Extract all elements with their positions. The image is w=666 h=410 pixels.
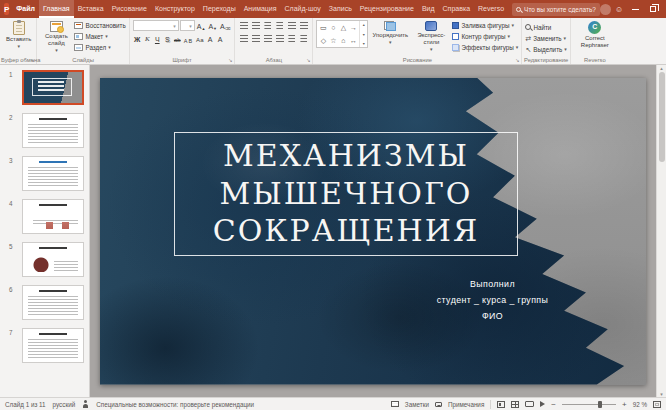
accessibility-status[interactable]: Специальные возможности: проверьте реком… (96, 401, 254, 408)
tab-design[interactable]: Конструктор (151, 0, 199, 18)
change-case-button[interactable]: Аа (195, 33, 204, 44)
slide-thumbnail-2[interactable] (22, 113, 84, 148)
notes-toggle[interactable]: Заметки (405, 401, 429, 408)
arrow-shape-icon[interactable]: → (350, 24, 357, 31)
reading-view-button[interactable] (525, 401, 534, 407)
slideshow-view-button[interactable] (540, 401, 545, 407)
bullets-button[interactable] (238, 20, 249, 31)
layout-button[interactable]: Макет ▾ (74, 31, 125, 41)
shape-outline-button[interactable]: Контур фигуры ▾ (452, 31, 518, 41)
zoom-slider[interactable] (562, 404, 616, 405)
gallery-more-icon[interactable]: ▾ (363, 41, 365, 46)
font-color-button[interactable]: А (216, 33, 225, 44)
find-button[interactable]: Найти (525, 22, 566, 32)
bold-button[interactable]: Ж (133, 33, 142, 44)
tell-me-search[interactable]: Что вы хотите сделать? (512, 3, 600, 16)
align-right-button[interactable] (262, 33, 273, 44)
scrollbar-thumb[interactable] (659, 72, 665, 162)
dialog-launcher-icon[interactable]: ↘ (306, 58, 310, 63)
tab-file[interactable]: Файл (12, 0, 39, 18)
new-slide-button[interactable]: Создать слайд ▾ (40, 20, 72, 54)
tab-home[interactable]: Главная (39, 0, 74, 18)
correct-rephraser-button[interactable]: C Correct Rephraser (574, 20, 616, 50)
dialog-launcher-icon[interactable]: ↘ (515, 58, 519, 63)
convert-to-smartart-button[interactable] (298, 33, 309, 44)
italic-button[interactable]: К (143, 33, 152, 44)
justify-button[interactable] (274, 33, 285, 44)
slide-editor[interactable]: МЕХАНИЗМЫ МЫШЕЧНОГО СОКРАЩЕНИЯ Выполнил … (100, 78, 646, 385)
vertical-scrollbar[interactable]: ▴ ▾ (656, 65, 666, 397)
minimize-button[interactable] (627, 0, 644, 18)
paste-button[interactable]: Вставить ▾ (4, 20, 33, 50)
slide-sorter-view-button[interactable] (511, 401, 519, 408)
strikethrough-button[interactable]: ab (173, 33, 182, 44)
highlight-color-button[interactable]: А (206, 33, 215, 44)
dialog-launcher-icon[interactable]: ↘ (30, 58, 34, 63)
select-button[interactable]: ↖ Выделить ▾ (525, 44, 566, 54)
shape-effects-button[interactable]: Эффекты фигуры ▾ (452, 42, 518, 52)
text-direction-button[interactable] (298, 20, 309, 31)
star-shape-icon[interactable]: ☆ (330, 37, 336, 45)
increase-indent-button[interactable] (274, 20, 285, 31)
decrease-indent-button[interactable] (262, 20, 273, 31)
tab-insert[interactable]: Вставка (74, 0, 108, 18)
zoom-in-button[interactable]: + (622, 400, 627, 409)
font-size-box[interactable]: ▾ (180, 20, 195, 31)
gallery-scroll[interactable]: ▴ ▾ ▾ (359, 21, 367, 47)
feedback-smiley-icon[interactable]: ☺ (615, 5, 623, 14)
zoom-slider-thumb[interactable] (598, 401, 602, 408)
increase-font-button[interactable]: А▲ (196, 20, 207, 31)
restore-button[interactable] (644, 0, 661, 18)
columns-button[interactable] (286, 33, 297, 44)
account-avatar-icon[interactable] (600, 4, 611, 15)
slide-thumbnail-6[interactable] (22, 285, 84, 320)
tab-transitions[interactable]: Переходы (199, 0, 240, 18)
shapes-gallery[interactable]: ▭ ○ △ → ◇ ☆ ⌂ ↔ ▴ ▾ ▾ (316, 20, 368, 48)
align-center-button[interactable] (250, 33, 261, 44)
replace-button[interactable]: ⇄ Заменить ▾ (525, 33, 566, 43)
tab-help[interactable]: Справка (439, 0, 474, 18)
scroll-up-icon[interactable]: ▴ (660, 65, 663, 71)
slide-thumbnail-5[interactable] (22, 242, 84, 277)
comments-toggle[interactable]: Примечания (448, 401, 484, 408)
close-button[interactable]: × (661, 0, 666, 18)
home-shape-icon[interactable]: ⌂ (341, 37, 345, 44)
numbering-button[interactable] (250, 20, 261, 31)
shape-fill-button[interactable]: Заливка фигуры ▾ (452, 20, 518, 30)
slide-title[interactable]: МЕХАНИЗМЫ МЫШЕЧНОГО СОКРАЩЕНИЯ (174, 132, 518, 256)
arrange-button[interactable]: Упорядочить ▾ (370, 20, 410, 46)
section-button[interactable]: Раздел ▾ (74, 42, 125, 52)
gallery-up-icon[interactable]: ▴ (363, 22, 365, 27)
tab-draw[interactable]: Рисование (108, 0, 151, 18)
character-spacing-button[interactable]: АВ (183, 33, 194, 44)
text-shadow-button[interactable]: S (163, 33, 172, 44)
zoom-out-button[interactable]: − (551, 400, 556, 409)
triangle-shape-icon[interactable]: △ (341, 24, 346, 32)
slide-credits[interactable]: Выполнил студент _ курса _ группы ФИО (405, 276, 580, 325)
slide-thumbnail-4[interactable] (22, 199, 84, 234)
line-spacing-button[interactable] (286, 20, 297, 31)
tab-review[interactable]: Рецензирование (356, 0, 418, 18)
tab-view[interactable]: Вид (418, 0, 439, 18)
dialog-launcher-icon[interactable]: ↘ (228, 58, 232, 63)
tab-record[interactable]: Запись (325, 0, 356, 18)
decrease-font-button[interactable]: А▼ (207, 20, 218, 31)
tab-slideshow[interactable]: Слайд-шоу (281, 0, 325, 18)
double-arrow-shape-icon[interactable]: ↔ (350, 37, 357, 44)
tab-animations[interactable]: Анимация (240, 0, 281, 18)
quick-styles-button[interactable]: Экспресс-стили ▾ (412, 20, 450, 53)
gallery-down-icon[interactable]: ▾ (363, 32, 365, 37)
align-left-button[interactable] (238, 33, 249, 44)
slide-thumbnail-7[interactable] (22, 328, 84, 363)
clear-formatting-button[interactable]: А⌫ (219, 20, 231, 31)
language-indicator[interactable]: русский (53, 401, 76, 408)
fit-to-window-button[interactable] (653, 401, 661, 408)
diamond-shape-icon[interactable]: ◇ (321, 37, 326, 45)
slide-thumbnail-3[interactable] (22, 156, 84, 191)
tab-reverso[interactable]: Reverso (474, 0, 508, 18)
underline-button[interactable]: Ч (153, 33, 162, 44)
ellipse-shape-icon[interactable]: ○ (331, 24, 335, 31)
font-name-box[interactable]: ▾ (133, 20, 179, 31)
slide-thumbnail-1[interactable] (22, 70, 84, 105)
zoom-level[interactable]: 92 % (633, 401, 647, 408)
